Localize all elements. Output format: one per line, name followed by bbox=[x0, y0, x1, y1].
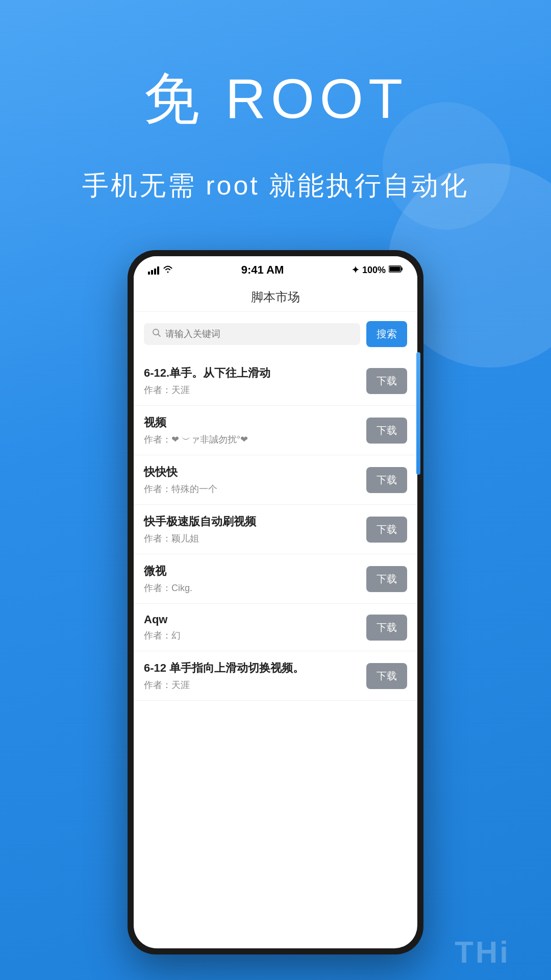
status-bar: 9:41 AM ✦ 100% bbox=[134, 256, 417, 281]
list-item: 微视 作者：Cikg. 下载 bbox=[134, 554, 417, 604]
list-item: 视频 作者：❤ ︶ァ非誠勿扰°❤ 下载 bbox=[134, 406, 417, 455]
item-info: 6-12 单手指向上滑动切换视频。 作者：天涯 bbox=[144, 660, 358, 691]
search-input[interactable] bbox=[165, 329, 352, 339]
download-button[interactable]: 下载 bbox=[366, 663, 407, 689]
item-author: 作者：天涯 bbox=[144, 384, 358, 396]
app-header-title: 脚本市场 bbox=[251, 290, 300, 304]
battery-icon bbox=[389, 265, 403, 276]
signal-bar-4 bbox=[157, 266, 159, 275]
download-button[interactable]: 下载 bbox=[366, 517, 407, 543]
download-button[interactable]: 下载 bbox=[366, 467, 407, 493]
search-input-wrapper[interactable] bbox=[144, 323, 360, 345]
status-right: ✦ 100% bbox=[352, 264, 403, 276]
item-author: 作者：特殊的一个 bbox=[144, 483, 358, 495]
list-item: Aqw 作者：幻 下载 bbox=[134, 604, 417, 651]
hero-subtitle: 手机无需 root 就能执行自动化 bbox=[0, 168, 551, 204]
list-item: 快手极速版自动刷视频 作者：颖儿姐 下载 bbox=[134, 505, 417, 554]
download-button[interactable]: 下载 bbox=[366, 368, 407, 394]
item-info: 快手极速版自动刷视频 作者：颖儿姐 bbox=[144, 514, 358, 545]
item-author: 作者：Cikg. bbox=[144, 582, 358, 594]
svg-line-4 bbox=[158, 334, 161, 337]
item-title: 快快快 bbox=[144, 464, 358, 480]
search-icon bbox=[152, 328, 161, 340]
battery-percent: 100% bbox=[362, 265, 386, 276]
bottom-text: THi bbox=[455, 935, 510, 970]
item-title: 快手极速版自动刷视频 bbox=[144, 514, 358, 529]
list-item: 快快快 作者：特殊的一个 下载 bbox=[134, 455, 417, 505]
item-author: 作者：❤ ︶ァ非誠勿扰°❤ bbox=[144, 433, 358, 446]
svg-rect-2 bbox=[390, 266, 400, 271]
item-info: 6-12.单手。从下往上滑动 作者：天涯 bbox=[144, 365, 358, 396]
item-title: 6-12.单手。从下往上滑动 bbox=[144, 365, 358, 381]
item-info: 视频 作者：❤ ︶ァ非誠勿扰°❤ bbox=[144, 415, 358, 446]
item-info: Aqw 作者：幻 bbox=[144, 613, 358, 642]
app-header: 脚本市场 bbox=[134, 281, 417, 312]
item-author: 作者：天涯 bbox=[144, 679, 358, 691]
signal-bar-3 bbox=[154, 268, 156, 275]
phone-screen: 9:41 AM ✦ 100% 脚本市场 bbox=[134, 256, 417, 948]
script-list: 6-12.单手。从下往上滑动 作者：天涯 下载 视频 作者：❤ ︶ァ非誠勿扰°❤ bbox=[134, 356, 417, 948]
status-time: 9:41 AM bbox=[241, 263, 284, 277]
list-item: 6-12.单手。从下往上滑动 作者：天涯 下载 bbox=[134, 356, 417, 406]
item-title: 6-12 单手指向上滑动切换视频。 bbox=[144, 660, 358, 676]
signal-bar-1 bbox=[148, 272, 150, 275]
svg-rect-1 bbox=[401, 267, 403, 271]
hero-section: 免 ROOT 手机无需 root 就能执行自动化 bbox=[0, 0, 551, 204]
item-author: 作者：幻 bbox=[144, 629, 358, 642]
item-title: Aqw bbox=[144, 613, 358, 626]
list-item: 6-12 单手指向上滑动切换视频。 作者：天涯 下载 bbox=[134, 651, 417, 701]
download-button[interactable]: 下载 bbox=[366, 418, 407, 444]
search-button[interactable]: 搜索 bbox=[366, 321, 407, 347]
item-info: 快快快 作者：特殊的一个 bbox=[144, 464, 358, 495]
item-title: 微视 bbox=[144, 564, 358, 579]
search-section: 搜索 bbox=[134, 312, 417, 356]
download-button[interactable]: 下载 bbox=[366, 566, 407, 592]
bluetooth-icon: ✦ bbox=[352, 264, 359, 276]
status-left bbox=[148, 265, 173, 276]
hero-title: 免 ROOT bbox=[0, 61, 551, 137]
item-author: 作者：颖儿姐 bbox=[144, 532, 358, 545]
phone-mockup: 9:41 AM ✦ 100% 脚本市场 bbox=[128, 250, 423, 954]
signal-bar-2 bbox=[151, 270, 153, 275]
right-accent-bar bbox=[416, 352, 417, 475]
wifi-icon bbox=[162, 265, 173, 276]
signal-bars bbox=[148, 265, 159, 275]
item-title: 视频 bbox=[144, 415, 358, 430]
item-info: 微视 作者：Cikg. bbox=[144, 564, 358, 594]
download-button[interactable]: 下载 bbox=[366, 615, 407, 641]
phone-frame: 9:41 AM ✦ 100% 脚本市场 bbox=[128, 250, 423, 954]
